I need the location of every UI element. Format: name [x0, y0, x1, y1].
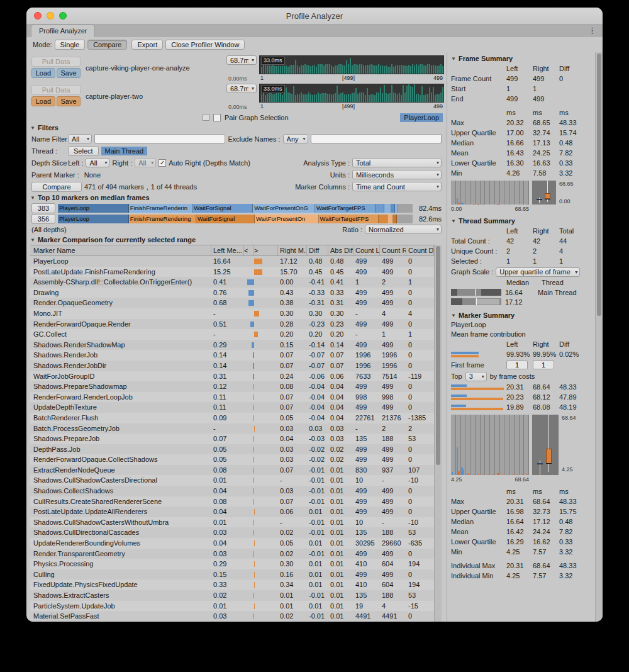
table-row[interactable]: RenderForward.RenderLoopJob0.110.07-0.04…: [30, 392, 434, 403]
top10-segment[interactable]: WaitForPresentOnG: [253, 204, 315, 213]
table-row[interactable]: Batch.ProcessGeometryJob-0.030.030.03-22: [30, 423, 434, 434]
table-row[interactable]: UpdateDepthTexture0.110.07-0.040.0449949…: [30, 402, 434, 413]
top10-segment[interactable]: FinishFrameRendering: [129, 215, 196, 223]
top10-segment[interactable]: [395, 204, 398, 213]
top10-segment[interactable]: [393, 215, 397, 223]
column-header[interactable]: <: [244, 245, 254, 255]
top10-segment[interactable]: WaitForSignal: [192, 204, 253, 213]
scrollbar-thumb[interactable]: [597, 53, 601, 316]
compare-mode-button[interactable]: Compare: [87, 40, 127, 50]
table-row[interactable]: UpdateRendererBoundingVolumes0.040.050.0…: [30, 538, 434, 549]
table-row[interactable]: Shadows.PrepareShadowmap0.120.08-0.040.0…: [30, 381, 434, 392]
marker-histogram[interactable]: [451, 415, 529, 475]
table-row[interactable]: Shadows.CullShadowCastersDirectional0.01…: [30, 475, 434, 486]
save-button-left[interactable]: Save: [57, 68, 81, 78]
pull-data-button-right[interactable]: Pull Data: [31, 85, 81, 95]
name-filter-input[interactable]: [94, 134, 225, 143]
table-row[interactable]: Shadows.CullShadowCastersWithoutUmbra0.0…: [30, 517, 434, 528]
table-scrollbar[interactable]: [434, 245, 442, 622]
table-row[interactable]: Assembly-CSharp.dll!::Collectable.OnTrig…: [30, 277, 434, 288]
graph-options-icon[interactable]: [203, 114, 209, 121]
column-header[interactable]: >: [254, 245, 278, 255]
scrollbar-thumb[interactable]: [436, 246, 440, 465]
range-dropdown-right[interactable]: 68.7ms▾: [226, 84, 257, 93]
table-row[interactable]: FixedUpdate.PhysicsFixedUpdate0.330.340.…: [30, 580, 434, 590]
table-header-row[interactable]: Marker NameLeft Me...<>Right M...DiffAbs…: [30, 245, 434, 256]
top10-segment[interactable]: [391, 204, 396, 213]
top10-segment[interactable]: WaitForPresentOn: [255, 215, 319, 223]
units-dropdown[interactable]: Milliseconds▾: [352, 170, 442, 179]
table-row[interactable]: Culling0.150.160.010.014994990: [30, 569, 434, 580]
top10-segment[interactable]: PlayerLoop: [58, 215, 129, 223]
table-row[interactable]: Shadows.ExtractCasters0.020.01-0.010.011…: [30, 590, 434, 601]
first-frame-right-button[interactable]: 1: [533, 361, 554, 369]
table-row[interactable]: DepthPass.Job0.050.03-0.020.024994990: [30, 444, 434, 455]
table-row[interactable]: Shadows.RenderJobDir0.140.07-0.070.07199…: [30, 361, 434, 371]
pull-data-button-left[interactable]: Pull Data: [31, 57, 81, 67]
column-header[interactable]: Diff: [307, 245, 328, 255]
exclude-names-input[interactable]: [311, 134, 442, 143]
column-header[interactable]: Marker Name: [30, 245, 211, 255]
save-button-right[interactable]: Save: [57, 96, 81, 106]
panel-scrollbar[interactable]: [595, 52, 603, 622]
table-row[interactable]: Shadows.PrepareJob0.070.04-0.030.0313518…: [30, 434, 434, 444]
column-header[interactable]: Count D...: [406, 245, 434, 255]
table-row[interactable]: Shadows.RenderJob0.140.07-0.070.07199619…: [30, 350, 434, 361]
table-row[interactable]: RenderForwardOpaque.Render0.510.28-0.230…: [30, 319, 434, 330]
top10-header[interactable]: ▼Top 10 markers on median frames: [26, 193, 447, 203]
top10-segment[interactable]: WaitForTargetFPS: [315, 204, 376, 213]
range-dropdown-left[interactable]: 68.7ms▾: [226, 55, 257, 65]
table-row[interactable]: CullResults.CreateSharedRendererScene0.0…: [30, 496, 434, 507]
ratio-dropdown[interactable]: Normalized▾: [365, 225, 442, 234]
top10-segment[interactable]: FinishFrameRenderin: [129, 204, 193, 213]
title-bar[interactable]: Profile Analyzer: [26, 8, 603, 25]
table-row[interactable]: PlayerLoop16.6417.120.480.484994990: [30, 256, 434, 267]
top10-segment[interactable]: WaitForSignal: [196, 215, 255, 223]
column-header[interactable]: Left Me...: [211, 245, 244, 255]
median-frame-button-right[interactable]: 356: [31, 214, 55, 224]
depth-left-dropdown[interactable]: All▾: [86, 158, 109, 167]
table-row[interactable]: Mono.JIT-0.300.300.30-44: [30, 308, 434, 319]
compare-button[interactable]: Compare: [31, 182, 82, 192]
table-row[interactable]: Shadows.RenderShadowMap0.290.15-0.140.14…: [30, 340, 434, 350]
table-row[interactable]: Shadows.CollectShadows0.040.03-0.010.014…: [30, 486, 434, 496]
table-row[interactable]: Physics.Processing0.290.300.010.01410604…: [30, 559, 434, 569]
tab-profile-analyzer[interactable]: Profile Analyzer: [31, 25, 95, 37]
marker-summary-header[interactable]: ▼Marker Summary: [451, 310, 594, 320]
load-button-left[interactable]: Load: [31, 68, 55, 78]
selected-marker-chip[interactable]: PlayerLoop: [400, 113, 443, 122]
top10-segment[interactable]: [376, 204, 385, 213]
table-row[interactable]: Shadows.CullDirectionalCascades0.030.02-…: [30, 527, 434, 538]
menu-icon[interactable]: ⋮: [588, 26, 596, 35]
column-header[interactable]: Right M...: [278, 245, 307, 255]
export-button[interactable]: Export: [131, 40, 163, 50]
top10-segment[interactable]: [379, 215, 387, 223]
table-row[interactable]: ParticleSystem.UpdateJob0.010.010.010.01…: [30, 601, 434, 612]
close-profiler-window-button[interactable]: Close Profiler Window: [165, 40, 245, 50]
frame-time-graph-left[interactable]: 33.0ms: [259, 55, 444, 74]
comparison-header[interactable]: ▼Marker Comparison for currently selecte…: [26, 235, 447, 245]
auto-right-checkbox[interactable]: ✓: [159, 159, 166, 167]
thread-summary-header[interactable]: ▼Thread Summary: [451, 216, 594, 226]
column-header[interactable]: Abs Diff: [328, 245, 353, 255]
thread-select-button[interactable]: Select: [68, 146, 99, 156]
table-row[interactable]: Drawing0.760.43-0.330.334994990: [30, 288, 434, 298]
marker-columns-dropdown[interactable]: Time and Count▾: [352, 182, 442, 191]
top10-segment[interactable]: [384, 204, 391, 213]
filters-header[interactable]: ▼Filters: [26, 123, 447, 133]
top10-segment[interactable]: WaitForTargetFPS: [319, 215, 379, 223]
table-row[interactable]: PostLateUpdate.UpdateAllRenderers0.040.0…: [30, 507, 434, 517]
table-row[interactable]: RenderForwardOpaque.CollectShadows0.050.…: [30, 454, 434, 465]
frame-histogram[interactable]: [451, 181, 529, 204]
table-row[interactable]: Material.SetPassFast0.030.02-0.010.01449…: [30, 611, 434, 622]
analysis-type-dropdown[interactable]: Total▾: [352, 158, 442, 167]
table-row[interactable]: WaitForJobGroupID0.310.24-0.060.06763375…: [30, 371, 434, 382]
top10-segment[interactable]: PlayerLoop: [58, 204, 129, 213]
column-header[interactable]: Count L...: [353, 245, 380, 255]
top10-segment[interactable]: [387, 215, 393, 223]
first-frame-left-button[interactable]: 1: [506, 361, 528, 369]
column-header[interactable]: Count R...: [380, 245, 406, 255]
table-row[interactable]: Render.TransparentGeometry0.030.02-0.010…: [30, 549, 434, 559]
load-button-right[interactable]: Load: [31, 96, 55, 106]
thread-row-second[interactable]: 17.12: [451, 297, 594, 306]
